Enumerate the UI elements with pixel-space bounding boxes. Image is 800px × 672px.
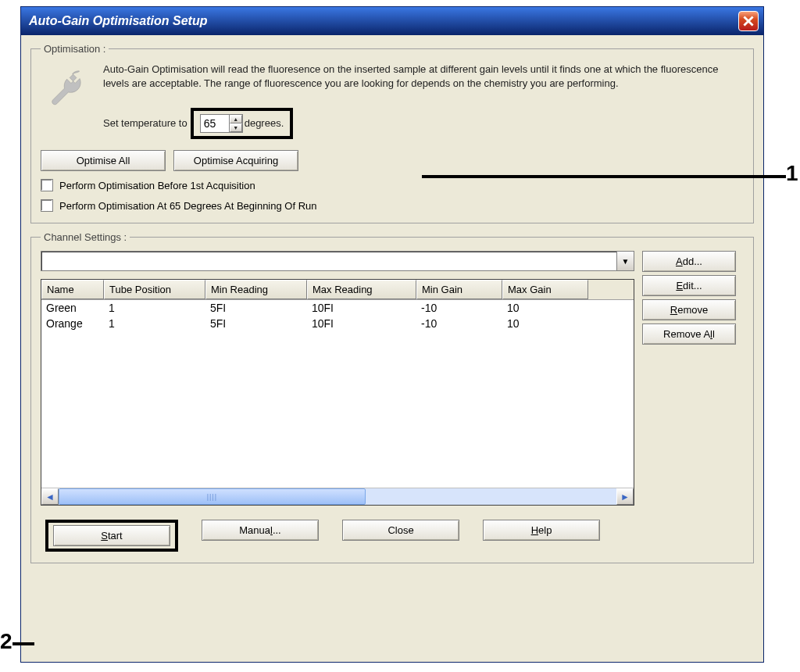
add-button[interactable]: Add... bbox=[642, 251, 736, 272]
table-header: Name Tube Position Min Reading Max Readi… bbox=[41, 280, 634, 300]
titlebar: Auto-Gain Optimisation Setup bbox=[21, 7, 763, 35]
temperature-spinner[interactable]: ▲ ▼ bbox=[200, 114, 243, 133]
start-highlight-box: Start bbox=[45, 520, 178, 552]
temperature-input[interactable] bbox=[201, 115, 229, 132]
start-button[interactable]: Start bbox=[53, 525, 170, 546]
callout-1-line bbox=[422, 175, 786, 178]
horizontal-scrollbar[interactable]: ◄ |||| ► bbox=[41, 488, 634, 505]
scroll-right-button[interactable]: ► bbox=[616, 488, 634, 505]
help-button[interactable]: Help bbox=[483, 520, 600, 541]
perform-before-1st-checkbox[interactable] bbox=[41, 179, 53, 191]
close-icon bbox=[743, 16, 754, 27]
spin-down-button[interactable]: ▼ bbox=[230, 123, 242, 132]
close-button[interactable]: Close bbox=[342, 520, 459, 541]
optimise-all-button[interactable]: Optimise All bbox=[41, 150, 166, 171]
table-row[interactable]: Orange 1 5FI 10FI -10 10 bbox=[41, 316, 634, 331]
spin-up-button[interactable]: ▲ bbox=[230, 115, 242, 123]
channel-combobox-value bbox=[41, 252, 616, 270]
scroll-thumb[interactable]: |||| bbox=[59, 488, 366, 505]
scroll-left-button[interactable]: ◄ bbox=[41, 488, 59, 505]
col-min-reading[interactable]: Min Reading bbox=[205, 280, 307, 299]
dialog-window: Auto-Gain Optimisation Setup Optimisatio… bbox=[20, 6, 764, 663]
perform-at-65-checkbox[interactable] bbox=[41, 199, 53, 212]
optimisation-legend: Optimisation : bbox=[41, 43, 109, 55]
remove-all-button[interactable]: Remove All bbox=[642, 323, 736, 345]
close-window-button[interactable] bbox=[738, 11, 759, 31]
col-name[interactable]: Name bbox=[41, 280, 104, 299]
callout-2-line bbox=[12, 642, 34, 645]
scroll-track[interactable]: |||| bbox=[59, 488, 616, 505]
channel-settings-group: Channel Settings : ▼ Name Tube Position … bbox=[30, 231, 754, 563]
col-max-gain[interactable]: Max Gain bbox=[502, 280, 588, 299]
remove-button[interactable]: Remove bbox=[642, 299, 736, 320]
perform-before-1st-label: Perform Optimisation Before 1st Acquisit… bbox=[59, 180, 255, 191]
perform-at-65-label: Perform Optimisation At 65 Degrees At Be… bbox=[59, 200, 317, 212]
channel-legend: Channel Settings : bbox=[41, 231, 130, 243]
chevron-down-icon[interactable]: ▼ bbox=[616, 252, 634, 270]
edit-button[interactable]: Edit... bbox=[642, 275, 736, 296]
col-max-reading[interactable]: Max Reading bbox=[307, 280, 416, 299]
temp-label-suffix: degrees. bbox=[245, 116, 284, 130]
col-tube-position[interactable]: Tube Position bbox=[104, 280, 205, 299]
channel-table: Name Tube Position Min Reading Max Readi… bbox=[41, 279, 634, 506]
optimise-acquiring-button[interactable]: Optimise Acquiring bbox=[173, 150, 298, 171]
callout-2-label: 2 bbox=[0, 629, 12, 654]
wrench-icon bbox=[41, 63, 95, 139]
optimisation-group: Optimisation : Auto-Gain Optimisation wi… bbox=[30, 43, 754, 223]
table-row[interactable]: Green 1 5FI 10FI -10 10 bbox=[41, 300, 634, 316]
col-min-gain[interactable]: Min Gain bbox=[416, 280, 502, 299]
optimisation-description: Auto-Gain Optimisation will read the flu… bbox=[103, 63, 744, 91]
channel-combobox[interactable]: ▼ bbox=[41, 251, 634, 271]
temperature-highlight-box: ▲ ▼ degrees. bbox=[191, 108, 294, 139]
temp-label-prefix: Set temperature to bbox=[103, 116, 188, 130]
window-title: Auto-Gain Optimisation Setup bbox=[29, 14, 207, 28]
manual-button[interactable]: Manual... bbox=[202, 520, 319, 541]
callout-1-label: 1 bbox=[786, 161, 798, 186]
